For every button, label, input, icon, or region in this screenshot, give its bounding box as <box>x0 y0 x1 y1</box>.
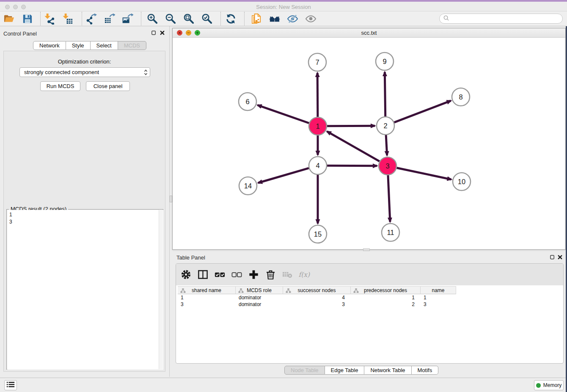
edge-2-3[interactable] <box>386 135 387 155</box>
splitter-handle-horizontal[interactable] <box>363 248 370 251</box>
tab-mcds[interactable]: MCDS <box>118 41 146 50</box>
close-panel-icon[interactable] <box>159 30 165 36</box>
tab-network[interactable]: Network <box>33 41 66 50</box>
main-titlebar[interactable]: Session: New Session <box>0 2 567 11</box>
network-canvas[interactable]: 1234678910111415 <box>173 38 566 250</box>
show-graphics-button[interactable] <box>304 12 317 25</box>
node-10[interactable]: 10 <box>453 173 471 190</box>
save-button[interactable] <box>21 12 34 25</box>
network-document-button[interactable] <box>250 12 263 25</box>
delete-entry-icon <box>265 269 276 280</box>
toolbar-separator <box>244 12 245 25</box>
close-panel-button[interactable]: Close panel <box>86 81 130 91</box>
column-header-predecessor-nodes[interactable]: predecessor nodes <box>351 286 421 294</box>
column-layout-button[interactable] <box>196 268 209 281</box>
add-entry-button[interactable] <box>247 268 260 281</box>
delete-entry-button[interactable] <box>264 268 277 281</box>
column-header-MCDS-role[interactable]: MCDS role <box>236 286 283 294</box>
edge-2-9[interactable] <box>385 72 385 116</box>
search-box[interactable] <box>439 14 563 24</box>
refresh-layout-button[interactable] <box>224 12 237 25</box>
import-table-button[interactable] <box>61 12 74 25</box>
memory-button[interactable]: Memory <box>534 380 564 390</box>
criterion-dropdown[interactable]: strongly connected component <box>19 67 150 77</box>
mcds-result-list[interactable]: 13 <box>7 210 163 370</box>
import-network-button[interactable] <box>43 12 56 25</box>
node-6[interactable]: 6 <box>239 93 256 110</box>
zoom-in-button[interactable] <box>146 12 159 25</box>
node-8[interactable]: 8 <box>452 88 470 106</box>
column-header-successor-nodes[interactable]: successor nodes <box>283 286 351 294</box>
edge-2-8[interactable] <box>394 101 451 122</box>
node-3[interactable]: 3 <box>379 157 396 175</box>
deselect-all-button[interactable] <box>230 268 243 281</box>
table-cell[interactable]: 3 <box>178 301 236 308</box>
tree-icon <box>180 288 186 294</box>
tab-style[interactable]: Style <box>66 41 91 50</box>
table-cell[interactable]: 1 <box>351 294 421 301</box>
edge-3-10[interactable] <box>397 168 451 179</box>
result-scrollbar[interactable] <box>159 210 163 369</box>
node-15[interactable]: 15 <box>309 225 327 243</box>
edge-4-14[interactable] <box>258 168 309 183</box>
task-history-button[interactable] <box>4 380 17 390</box>
settings-gear-button[interactable] <box>179 268 193 281</box>
node-9[interactable]: 9 <box>376 52 394 70</box>
tab-motifs[interactable]: Motifs <box>412 366 439 375</box>
edge-3-11[interactable] <box>388 175 390 222</box>
run-mcds-button[interactable]: Run MCDS <box>40 81 80 91</box>
edge-1-6[interactable] <box>258 105 309 123</box>
node-4[interactable]: 4 <box>309 157 327 174</box>
table-cell[interactable]: 3 <box>421 301 456 308</box>
node-14[interactable]: 14 <box>239 177 257 195</box>
edge-4-3[interactable] <box>327 166 377 166</box>
main-toolbar <box>0 11 567 26</box>
zoom-selected-button[interactable] <box>201 12 214 25</box>
node-1[interactable]: 1 <box>309 117 327 135</box>
tab-node-table[interactable]: Node Table <box>284 366 325 375</box>
hide-graphics-button[interactable] <box>286 12 299 25</box>
table-cell[interactable]: 2 <box>351 301 421 308</box>
edge-1-2[interactable] <box>327 126 375 126</box>
edge-3-1[interactable] <box>327 131 380 161</box>
table-cell[interactable]: 4 <box>283 294 351 301</box>
node-7[interactable]: 7 <box>308 53 326 71</box>
export-image-button[interactable] <box>121 12 134 25</box>
network-window-titlebar[interactable]: scc.txt <box>173 28 565 38</box>
result-line: 1 <box>9 211 161 218</box>
application-window: Session: New Session Control Panel Netwo… <box>0 0 567 392</box>
zoom-out-icon <box>165 13 176 25</box>
edge-1-7[interactable] <box>317 73 318 117</box>
column-header-name[interactable]: name <box>421 286 456 294</box>
node-11[interactable]: 11 <box>382 224 399 241</box>
table-row[interactable]: 1dominator411 <box>178 294 456 301</box>
tab-edge-table[interactable]: Edge Table <box>325 366 365 375</box>
list-icon <box>6 381 15 389</box>
network-view-window[interactable]: scc.txt 1234678910111415 <box>172 28 566 250</box>
tab-network-table[interactable]: Network Table <box>364 366 411 375</box>
node-table-grid[interactable]: shared nameMCDS rolesuccessor nodesprede… <box>178 286 456 308</box>
zoom-fit-button[interactable] <box>182 12 195 25</box>
function-builder-button: f(x) <box>298 268 311 281</box>
open-folder-button[interactable] <box>3 12 16 25</box>
tab-select[interactable]: Select <box>91 41 118 50</box>
table-cell[interactable]: dominator <box>236 294 283 301</box>
node-2[interactable]: 2 <box>377 117 394 135</box>
column-header-shared-name[interactable]: shared name <box>178 286 236 294</box>
table-cell[interactable]: dominator <box>236 301 283 308</box>
table-cell[interactable]: 1 <box>178 294 236 301</box>
home-button[interactable] <box>268 12 281 25</box>
float-table-panel-icon[interactable] <box>549 254 556 260</box>
export-network-button[interactable] <box>85 12 98 25</box>
float-panel-icon[interactable] <box>151 30 157 36</box>
table-cell[interactable]: 3 <box>283 301 351 308</box>
table-row[interactable]: 3dominator323 <box>178 301 456 308</box>
search-input[interactable] <box>451 16 557 22</box>
export-table-button[interactable] <box>103 12 116 25</box>
import-table-icon <box>62 13 73 25</box>
zoom-out-button[interactable] <box>164 12 177 25</box>
close-table-panel-icon[interactable] <box>557 254 563 260</box>
column-label: name <box>432 287 444 293</box>
select-all-button[interactable] <box>213 268 226 281</box>
table-cell[interactable]: 1 <box>421 294 456 301</box>
